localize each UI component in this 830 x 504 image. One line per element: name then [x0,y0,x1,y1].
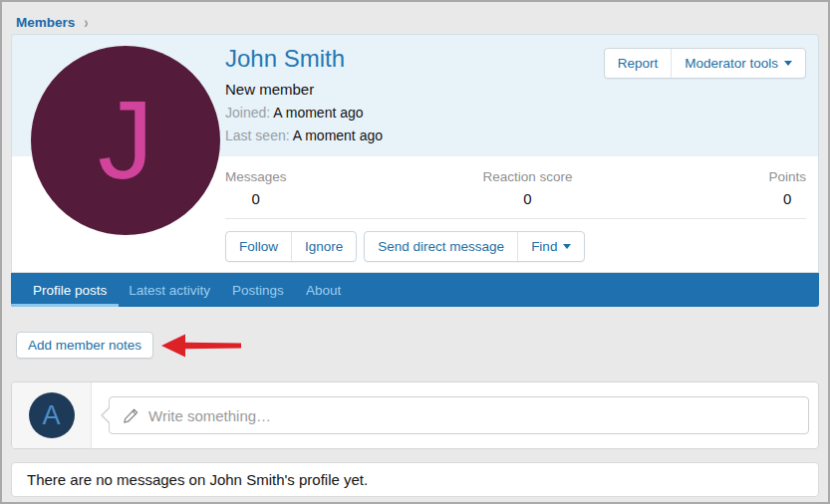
actions-row: Follow Ignore Send direct message Find [225,231,806,262]
stat-points-value[interactable]: 0 [768,190,806,207]
profile-header: J John Smith New member Joined: A moment… [11,34,819,156]
caret-down-icon [784,61,792,66]
red-arrow-left-icon [160,333,244,359]
joined-label: Joined: [225,105,270,121]
empty-profile-message-text: There are no messages on John Smith's pr… [27,471,368,488]
moderation-button-group: Report Moderator tools [604,48,806,79]
active-tab-underline [11,304,119,307]
follow-button[interactable]: Follow [226,232,291,261]
joined-line: Joined: A moment ago [225,105,818,121]
editor-avatar-gutter: A [12,382,92,448]
editor-main: Write something… [92,382,818,448]
write-something-input[interactable]: Write something… [109,396,809,434]
current-user-avatar[interactable]: A [29,392,75,438]
profile-post-editor: A Write something… [11,381,819,449]
tab-about[interactable]: About [296,273,351,307]
tab-latest-activity[interactable]: Latest activity [119,273,220,307]
stat-messages-label: Messages [225,169,287,184]
stats-row: Messages 0 Reaction score 0 Points 0 [225,169,806,207]
find-button-label: Find [531,239,557,254]
profile-tab-bar: Profile posts Latest activity Postings A… [11,273,819,307]
tab-postings[interactable]: Postings [222,273,294,307]
add-member-notes-button[interactable]: Add member notes [16,332,153,359]
current-user-avatar-letter: A [42,400,60,431]
follow-ignore-group: Follow Ignore [225,231,357,262]
last-seen-line: Last seen: A moment ago [225,127,818,143]
profile-card: J John Smith New member Joined: A moment… [11,34,819,307]
last-seen-value: A moment ago [293,127,383,143]
profile-avatar[interactable]: J [31,46,220,235]
member-role: New member [225,81,818,98]
moderator-tools-button[interactable]: Moderator tools [671,49,805,78]
stats-divider [225,218,806,219]
stat-messages: Messages 0 [225,169,287,207]
pencil-icon [123,407,139,424]
write-something-placeholder: Write something… [148,407,271,424]
stat-reaction-score-value[interactable]: 0 [482,190,572,207]
send-direct-message-button[interactable]: Send direct message [365,232,517,261]
ignore-button[interactable]: Ignore [291,232,356,261]
find-button[interactable]: Find [517,232,584,261]
report-button[interactable]: Report [605,49,672,78]
empty-profile-message: There are no messages on John Smith's pr… [11,462,819,497]
caret-down-icon [563,244,571,249]
profile-avatar-letter: J [98,85,153,196]
message-find-group: Send direct message Find [364,231,585,262]
stat-points: Points 0 [768,169,806,207]
tab-profile-posts[interactable]: Profile posts [23,273,117,307]
stat-points-label: Points [768,169,806,184]
header-buttons: Report Moderator tools [604,48,806,79]
joined-value: A moment ago [273,105,363,121]
stat-reaction-score: Reaction score 0 [482,169,572,207]
breadcrumb: Members › [2,2,828,32]
member-notes-row: Add member notes [16,332,828,359]
stat-messages-value[interactable]: 0 [225,190,287,207]
stat-reaction-score-label: Reaction score [482,169,572,184]
moderator-tools-label: Moderator tools [685,56,778,71]
breadcrumb-members-link[interactable]: Members [16,15,75,30]
last-seen-label: Last seen: [225,127,290,143]
chevron-right-icon: › [84,13,88,31]
